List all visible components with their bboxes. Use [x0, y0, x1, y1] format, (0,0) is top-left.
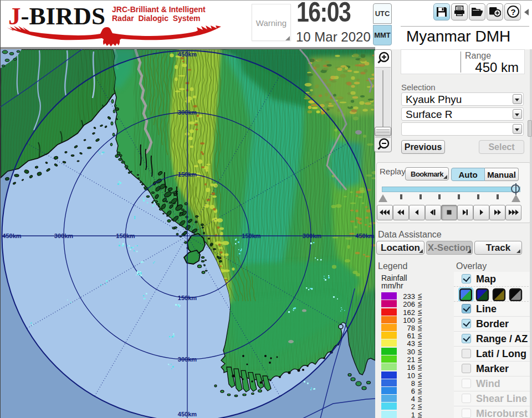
- svg-text:150km: 150km: [178, 171, 197, 178]
- svg-text:450km: 450km: [178, 411, 197, 417]
- svg-text:450km: 450km: [178, 51, 197, 58]
- svg-text:450km: 450km: [2, 233, 21, 239]
- svg-text:300km: 300km: [303, 233, 321, 239]
- svg-text:150km: 150km: [178, 295, 197, 301]
- svg-text:300km: 300km: [54, 233, 73, 239]
- svg-text:300km: 300km: [178, 356, 197, 363]
- svg-text:150km: 150km: [116, 233, 135, 239]
- svg-text:300km: 300km: [178, 109, 197, 116]
- svg-text:?: ?: [510, 7, 515, 17]
- svg-text:450km: 450km: [355, 233, 374, 239]
- svg-text:150km: 150km: [242, 233, 260, 239]
